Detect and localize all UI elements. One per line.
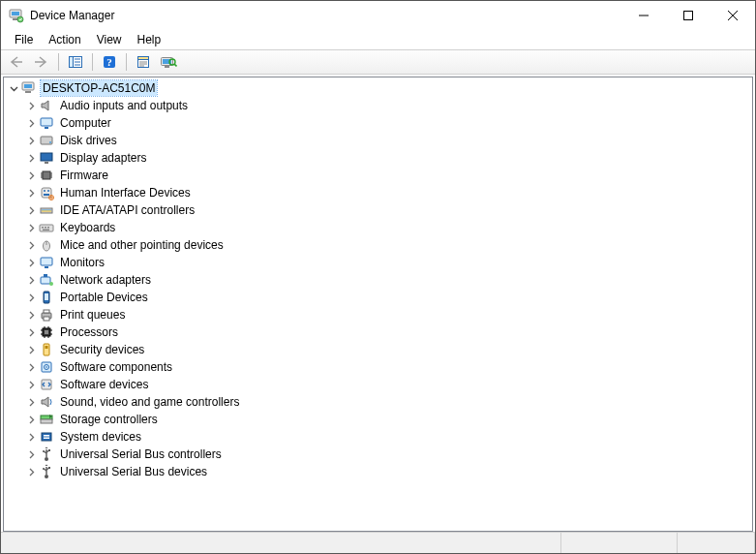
tree-category-node[interactable]: Universal Serial Bus devices [4, 463, 752, 480]
sound-video-icon [39, 394, 54, 410]
chevron-right-icon[interactable] [25, 169, 37, 181]
window-controls [621, 1, 755, 30]
tree-category-node[interactable]: Security devices [4, 341, 752, 358]
tree-category-label: Processors [58, 324, 120, 340]
tree-category-node[interactable]: Sound, video and game controllers [4, 393, 752, 411]
chevron-right-icon[interactable] [25, 135, 37, 146]
chevron-right-icon[interactable] [25, 100, 37, 111]
device-tree[interactable]: DESKTOP-AC51C0M Audio inputs and outputs… [3, 77, 753, 532]
tree-category-node[interactable]: IDE ATA/ATAPI controllers [4, 201, 752, 219]
tree-category-label: Monitors [58, 255, 106, 270]
chevron-right-icon[interactable] [25, 396, 37, 408]
maximize-button[interactable] [666, 1, 711, 30]
scan-hardware-button[interactable] [157, 51, 180, 73]
back-button[interactable] [5, 51, 28, 73]
ide-icon [39, 202, 54, 218]
properties-button[interactable] [132, 51, 155, 73]
disk-icon [39, 133, 54, 148]
help-icon: ? [102, 54, 117, 70]
tree-category-label: Display adapters [58, 150, 148, 166]
menu-help[interactable]: Help [130, 31, 169, 48]
chevron-right-icon[interactable] [25, 344, 37, 355]
tree-category-node[interactable]: Portable Devices [4, 289, 752, 306]
chevron-right-icon[interactable] [25, 414, 37, 425]
chevron-right-icon[interactable] [25, 326, 37, 338]
chevron-right-icon[interactable] [25, 187, 37, 199]
show-hide-console-tree-button[interactable] [64, 51, 87, 73]
tree-category-label: Print queues [58, 307, 127, 323]
svg-point-42 [44, 190, 45, 192]
svg-rect-85 [41, 419, 52, 423]
tree-category-node[interactable]: Computer [4, 114, 752, 132]
tree-category-label: Software components [58, 359, 174, 375]
svg-rect-61 [44, 274, 47, 277]
status-bar [1, 532, 755, 553]
hid-icon [39, 185, 54, 200]
svg-rect-5 [684, 12, 693, 20]
close-button[interactable] [711, 1, 755, 30]
svg-rect-34 [43, 171, 50, 179]
svg-rect-26 [24, 84, 32, 88]
tree-category-node[interactable]: System devices [4, 428, 752, 446]
chevron-right-icon[interactable] [25, 117, 37, 129]
chevron-right-icon[interactable] [25, 292, 37, 303]
forward-button[interactable] [30, 51, 53, 73]
chevron-right-icon[interactable] [25, 222, 37, 233]
svg-rect-16 [138, 57, 149, 60]
cpu-icon [39, 324, 54, 340]
storage-icon [39, 412, 54, 427]
chevron-right-icon[interactable] [25, 309, 37, 321]
chevron-right-icon[interactable] [25, 204, 37, 216]
tree-category-node[interactable]: Mice and other pointing devices [4, 236, 752, 254]
chevron-right-icon[interactable] [25, 361, 37, 373]
chevron-right-icon[interactable] [25, 379, 37, 390]
svg-point-82 [45, 366, 47, 368]
menu-action[interactable]: Action [41, 31, 88, 48]
computer-monitor-icon [39, 115, 54, 131]
svg-rect-69 [45, 330, 48, 334]
tree-root-node[interactable]: DESKTOP-AC51C0M [4, 79, 752, 97]
chevron-right-icon[interactable] [25, 431, 37, 443]
minimize-button[interactable] [621, 1, 666, 30]
toolbar: ? [1, 49, 755, 75]
tree-category-node[interactable]: Disk drives [4, 132, 752, 149]
chevron-right-icon[interactable] [25, 152, 37, 164]
chevron-right-icon[interactable] [25, 274, 37, 286]
chevron-right-icon[interactable] [25, 466, 37, 477]
keyboard-icon [39, 220, 54, 235]
tree-category-node[interactable]: Display adapters [4, 149, 752, 167]
toolbar-separator [92, 53, 93, 71]
tree-category-node[interactable]: Print queues [4, 306, 752, 323]
svg-rect-59 [45, 266, 48, 268]
tree-category-node[interactable]: Firmware [4, 167, 752, 184]
svg-line-24 [174, 64, 177, 67]
tree-category-node[interactable]: Monitors [4, 254, 752, 271]
chevron-right-icon[interactable] [25, 257, 37, 268]
svg-rect-54 [47, 227, 49, 229]
tree-category-node[interactable]: Software devices [4, 376, 752, 393]
tree-category-node[interactable]: Universal Serial Bus controllers [4, 446, 752, 463]
help-button[interactable]: ? [98, 51, 121, 73]
svg-rect-64 [45, 293, 48, 300]
menu-file[interactable]: File [7, 31, 41, 48]
chevron-down-icon[interactable] [8, 82, 19, 94]
tree-category-node[interactable]: Keyboards [4, 219, 752, 236]
tree-category-node[interactable]: Audio inputs and outputs [4, 97, 752, 114]
tree-category-label: Firmware [58, 168, 110, 183]
menu-view[interactable]: View [89, 31, 130, 48]
audio-icon [39, 98, 54, 113]
chevron-right-icon[interactable] [25, 448, 37, 460]
tree-category-node[interactable]: Software components [4, 358, 752, 376]
tree-category-node[interactable]: Processors [4, 323, 752, 341]
svg-point-93 [45, 475, 48, 478]
svg-point-43 [47, 190, 49, 192]
tree-category-label: Security devices [58, 342, 146, 357]
toolbar-separator [126, 53, 127, 71]
tree-category-node[interactable]: Network adapters [4, 271, 752, 289]
chevron-right-icon[interactable] [25, 239, 37, 251]
window-title: Device Manager [30, 9, 621, 22]
arrow-left-icon [9, 55, 24, 69]
tree-category-node[interactable]: Storage controllers [4, 411, 752, 428]
tree-category-node[interactable]: Human Interface Devices [4, 184, 752, 201]
software-dev-icon [39, 377, 54, 392]
